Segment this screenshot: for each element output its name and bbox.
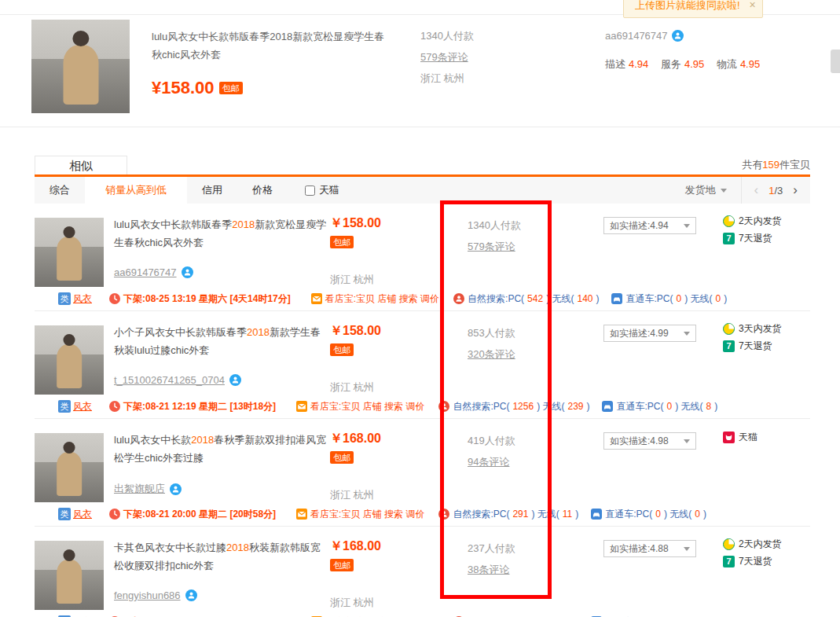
- kandianbao-links[interactable]: 看店宝:宝贝 店铺 搜索 调价: [310, 400, 424, 413]
- header-payments-count: 1340人付款: [420, 29, 474, 42]
- ship-from-dropdown[interactable]: 发货地: [671, 177, 741, 204]
- offshelf-time: 下架:08-21 12:19 星期二 [13时18分]: [123, 400, 276, 413]
- reviews-link[interactable]: 579条评论: [468, 240, 515, 254]
- page-prev-button[interactable]: ‹: [754, 182, 759, 198]
- product-thumbnail[interactable]: [35, 433, 104, 502]
- sort-item-composite[interactable]: 综合: [35, 177, 85, 204]
- tooltip-close-icon[interactable]: ×: [749, 0, 755, 10]
- header-seller-name: aa691476747: [605, 30, 668, 42]
- side-widget-handle[interactable]: [831, 50, 840, 73]
- zhitongche-label: 直通车:PC(: [605, 508, 652, 521]
- row-info-bar: 类 风衣 下架:08-25 13:19 星期六 [4天14时17分] 看店宝:宝…: [35, 291, 810, 307]
- total-suffix: 件宝贝: [779, 159, 810, 171]
- wangwang-icon[interactable]: [229, 374, 241, 386]
- wangwang-icon[interactable]: [182, 266, 193, 278]
- rating-value: 4.95: [740, 58, 760, 70]
- offshelf-time: 下架:08-21 20:00 星期二 [20时58分]: [123, 508, 276, 521]
- header-reviews-link[interactable]: 579条评论: [420, 51, 468, 63]
- product-title-link[interactable]: 小个子风衣女中长款韩版春季2018新款学生春秋装lulu过膝chic外套: [114, 323, 328, 359]
- product-title-link[interactable]: lulu风衣女中长款韩版春季2018新款宽松显瘦学生春秋chic风衣外套: [114, 215, 328, 252]
- tooltip-text: 上传图片就能搜同款啦!: [635, 0, 740, 11]
- product-thumbnail[interactable]: [35, 541, 104, 610]
- shipping-time-icon: [723, 538, 735, 550]
- location: 浙江 杭州: [330, 596, 374, 610]
- price: ￥158.00: [330, 324, 381, 337]
- product-thumbnail[interactable]: [35, 218, 104, 287]
- clock-icon: [109, 293, 120, 304]
- kandianbao-links[interactable]: 看店宝:宝贝 店铺 搜索 调价: [310, 508, 424, 521]
- payments-count: 237人付款: [468, 542, 515, 556]
- zhitongche-pc-value: 0: [655, 509, 661, 520]
- product-row: 小个子风衣女中长款韩版春季2018新款学生春秋装lulu过膝chic外套 t_1…: [35, 311, 810, 419]
- service-text: 2天内发货: [739, 538, 782, 551]
- head-shape: [64, 334, 75, 346]
- row-info-bar: 类 风衣 下架:08-22 15:19 星期三 [1天16时17分] 看店宝:宝…: [35, 614, 810, 617]
- head-shape: [64, 549, 75, 561]
- total-count: 159: [762, 159, 779, 171]
- seller-link[interactable]: 出絮旗舰店: [114, 482, 165, 496]
- seller-link[interactable]: aa691476747: [114, 266, 177, 278]
- row-info-bar: 类 风衣 下架:08-21 12:19 星期二 [13时18分] 看店宝:宝贝 …: [35, 398, 810, 414]
- category-link[interactable]: 风衣: [73, 292, 92, 306]
- tmall-filter[interactable]: 天猫: [305, 177, 339, 204]
- product-row: lulu风衣女中长款韩版春季2018新款宽松显瘦学生春秋chic风衣外套 aa6…: [35, 204, 810, 311]
- rating-dropdown[interactable]: 如实描述:4.88: [603, 540, 696, 557]
- wangwang-icon[interactable]: [185, 589, 197, 601]
- sort-item-price[interactable]: 价格: [237, 177, 288, 204]
- natural-search-pc-value: 291: [512, 509, 528, 520]
- sort-item-credit[interactable]: 信用: [187, 177, 237, 204]
- natural-search-wireless-value: 140: [577, 293, 592, 304]
- zhitongche-mid: ) 无线(: [664, 508, 691, 521]
- reviews-link[interactable]: 320条评论: [468, 347, 515, 362]
- price: ￥168.00: [330, 539, 381, 553]
- product-row: 卡其色风衣女中长款过膝2018秋装新款韩版宽松收腰双排扣chic外套 fengy…: [35, 527, 810, 617]
- kandianbao-links[interactable]: 看店宝:宝贝 店铺 搜索 调价: [325, 292, 439, 306]
- natural-search-pc-value: 542: [527, 293, 543, 304]
- rating-dropdown-value: 如实描述:4.94: [610, 219, 669, 233]
- natural-search-mid: ) 无线(: [537, 400, 564, 413]
- service-text: 2天内发货: [739, 215, 782, 228]
- header-location: 浙江 杭州: [420, 72, 474, 85]
- title-keyword-highlight: 2018: [191, 434, 214, 446]
- product-thumbnail[interactable]: [35, 325, 104, 395]
- product-title-link[interactable]: lulu风衣女中长款2018春秋季新款双排扣港风宽松学生chic外套过膝: [114, 431, 328, 467]
- free-shipping-badge: 包邮: [330, 343, 354, 356]
- reviews-link[interactable]: 94条评论: [468, 455, 509, 469]
- natural-search-icon: [438, 509, 449, 520]
- price: ￥168.00: [330, 432, 381, 445]
- wangwang-icon[interactable]: [170, 483, 182, 495]
- header-product-card: lulu风衣女中长款韩版春季2018新款宽松显瘦学生春秋chic风衣外套 ¥15…: [0, 14, 840, 127]
- wangwang-icon[interactable]: [672, 30, 684, 42]
- zhitongche-end: ): [714, 401, 717, 412]
- coat-shape: [57, 452, 82, 496]
- rating-dropdown[interactable]: 如实描述:4.98: [603, 432, 696, 450]
- offshelf-time: 下架:08-25 13:19 星期六 [4天14时17分]: [123, 292, 291, 306]
- rating-dropdown[interactable]: 如实描述:4.94: [603, 217, 696, 234]
- tab-similar[interactable]: 相似: [35, 156, 127, 175]
- title-keyword-highlight: 2018: [232, 219, 255, 230]
- sort-item-sales-desc[interactable]: 销量从高到低: [85, 177, 187, 204]
- reviews-link[interactable]: 38条评论: [468, 563, 509, 577]
- header-product-title: lulu风衣女中长款韩版春季2018新款宽松显瘦学生春秋chic风衣外套: [152, 28, 387, 64]
- category-link[interactable]: 风衣: [73, 508, 92, 521]
- tmall-checkbox[interactable]: [305, 185, 315, 196]
- seller-link[interactable]: t_1510026741265_0704: [114, 374, 225, 386]
- chevron-down-icon: [684, 224, 690, 228]
- product-title-link[interactable]: 卡其色风衣女中长款过膝2018秋装新款韩版宽松收腰双排扣chic外套: [114, 538, 328, 575]
- location: 浙江 杭州: [330, 273, 374, 287]
- zhitongche-car-icon: [602, 401, 613, 412]
- natural-search-label: 自然搜索:PC(: [453, 508, 509, 521]
- coat-shape: [57, 560, 82, 604]
- category-link[interactable]: 风衣: [73, 400, 92, 413]
- rating-dropdown[interactable]: 如实描述:4.99: [603, 325, 696, 342]
- page-next-button[interactable]: ›: [793, 182, 798, 198]
- zhitongche-pc-value: 0: [666, 401, 672, 412]
- seller-link[interactable]: fengyishun686: [114, 589, 181, 601]
- title-text: 卡其色风衣女中长款过膝: [114, 542, 226, 553]
- kandianbao-icon: [296, 401, 307, 412]
- row-info-bar: 类 风衣 下架:08-21 20:00 星期二 [20时58分] 看店宝:宝贝 …: [35, 506, 810, 522]
- natural-search-icon: [438, 401, 449, 412]
- header-product-image[interactable]: [31, 20, 130, 113]
- product-row: lulu风衣女中长款2018春秋季新款双排扣港风宽松学生chic外套过膝 出絮旗…: [35, 419, 810, 527]
- zhitongche-mid: ) 无线(: [675, 400, 702, 413]
